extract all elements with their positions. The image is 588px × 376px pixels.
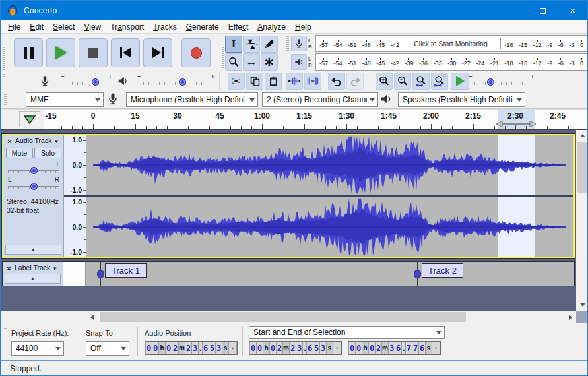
time-digit[interactable]: 0 bbox=[152, 342, 158, 354]
menu-item-help[interactable]: Help bbox=[290, 20, 316, 34]
pan-thumb[interactable] bbox=[30, 183, 38, 190]
unit-minutes[interactable]: m bbox=[382, 342, 388, 354]
label-track-body[interactable]: Track 1Track 2 bbox=[86, 262, 573, 286]
unit-hours[interactable]: h bbox=[159, 342, 165, 354]
gain-thumb[interactable] bbox=[30, 167, 38, 174]
toolbar-grip[interactable] bbox=[3, 94, 7, 105]
toolbar-grip[interactable] bbox=[286, 55, 290, 69]
selection-mode-select[interactable]: Start and End of Selection bbox=[249, 326, 445, 339]
silence-audio-button[interactable] bbox=[304, 73, 321, 90]
time-field-dropdown-icon[interactable]: ▾ bbox=[229, 342, 236, 354]
time-digit[interactable]: 3 bbox=[389, 342, 395, 354]
zoom-tool-button[interactable] bbox=[225, 53, 242, 71]
recording-volume-slider[interactable]: − + bbox=[67, 73, 105, 90]
mute-button[interactable]: Mute bbox=[6, 148, 33, 158]
menu-item-view[interactable]: View bbox=[79, 20, 106, 34]
cut-button[interactable]: ✂ bbox=[228, 73, 245, 90]
selection-end-field[interactable]: 00h02m36.776s▾ bbox=[348, 341, 441, 355]
time-digit[interactable]: 2 bbox=[185, 342, 191, 354]
toolbar-grip[interactable] bbox=[443, 74, 447, 88]
menu-item-transport[interactable]: Transport bbox=[106, 20, 148, 34]
record-button[interactable] bbox=[181, 38, 211, 67]
project-rate-select[interactable]: 44100 bbox=[11, 341, 64, 356]
menu-item-analyze[interactable]: Analyze bbox=[253, 20, 290, 34]
selection-tool-button[interactable]: I bbox=[225, 36, 242, 53]
time-digit[interactable]: 0 bbox=[349, 342, 355, 354]
fit-selection-button[interactable] bbox=[412, 73, 430, 90]
vertical-scrollbar[interactable] bbox=[576, 130, 588, 311]
label-text-box[interactable]: Track 1 bbox=[105, 263, 147, 278]
scroll-down-icon[interactable] bbox=[576, 299, 588, 311]
play-button[interactable] bbox=[46, 38, 75, 67]
recording-channels-select[interactable]: 2 (Stereo) Recording Channels bbox=[262, 92, 378, 107]
time-digit[interactable]: . bbox=[199, 342, 202, 354]
vertical-scrollbar-thumb[interactable] bbox=[577, 142, 587, 193]
toolbar-grip[interactable] bbox=[3, 328, 7, 355]
redo-button[interactable] bbox=[346, 73, 364, 90]
paste-button[interactable] bbox=[265, 73, 282, 90]
track-area[interactable]: × Audio Track ▼ Mute Solo − + L R Stereo… bbox=[1, 130, 587, 311]
time-digit[interactable]: . bbox=[303, 342, 306, 354]
unit-hours[interactable]: h bbox=[362, 342, 368, 354]
audio-position-field[interactable]: 00h02m23.653s▾ bbox=[145, 341, 238, 355]
waveform-left-channel[interactable] bbox=[86, 135, 573, 195]
playback-device-select[interactable]: Speakers (Realtek High Definiti bbox=[398, 92, 525, 107]
minimize-icon[interactable] bbox=[498, 1, 528, 20]
playback-meter[interactable]: -57-54-51-48-45-42-39-36-33-30-27-24-21-… bbox=[315, 53, 587, 71]
time-digit[interactable]: 3 bbox=[320, 342, 326, 354]
time-digit[interactable]: 6 bbox=[419, 342, 425, 354]
time-digit[interactable]: 3 bbox=[192, 342, 198, 354]
time-digit[interactable]: 7 bbox=[406, 342, 412, 354]
time-digit[interactable]: 5 bbox=[209, 342, 215, 354]
time-field-dropdown-icon[interactable]: ▾ bbox=[432, 342, 440, 354]
scroll-up-icon[interactable] bbox=[576, 130, 588, 141]
menu-item-generate[interactable]: Generate bbox=[181, 20, 224, 34]
time-digit[interactable]: 3 bbox=[296, 342, 302, 354]
timeline-ruler[interactable]: -1501530451:001:151:301:452:002:152:302:… bbox=[1, 109, 587, 130]
menu-item-select[interactable]: Select bbox=[48, 20, 79, 34]
time-digit[interactable]: 2 bbox=[172, 342, 178, 354]
waveform-right-channel[interactable] bbox=[86, 197, 573, 257]
time-digit[interactable]: 0 bbox=[146, 342, 152, 354]
unit-seconds[interactable]: s bbox=[327, 342, 333, 354]
timeline-scale[interactable]: -1501530451:001:151:301:452:002:152:302:… bbox=[44, 110, 587, 129]
time-digit[interactable]: 0 bbox=[369, 342, 375, 354]
toolbar-grip[interactable] bbox=[2, 36, 6, 70]
recording-volume-thumb[interactable] bbox=[92, 78, 99, 86]
scroll-left-icon[interactable] bbox=[86, 311, 98, 323]
label-track-name-menu[interactable]: Label Track ▼ bbox=[15, 264, 57, 272]
label-marker-icon[interactable] bbox=[414, 270, 421, 278]
time-digit[interactable]: 5 bbox=[313, 342, 319, 354]
gain-slider[interactable]: − + bbox=[8, 162, 59, 176]
audio-track[interactable]: × Audio Track ▼ Mute Solo − + L R Stereo… bbox=[2, 134, 575, 258]
skip-to-end-button[interactable] bbox=[143, 38, 172, 67]
collapse-track-button[interactable]: ▲ bbox=[5, 274, 61, 284]
menu-item-effect[interactable]: Effect bbox=[224, 20, 253, 34]
play-at-speed-button[interactable] bbox=[451, 73, 469, 90]
playback-meter-speaker-button[interactable] bbox=[291, 54, 307, 70]
pin-playhead-button[interactable] bbox=[19, 111, 40, 127]
unit-minutes[interactable]: m bbox=[283, 342, 289, 354]
unit-minutes[interactable]: m bbox=[179, 342, 185, 354]
close-icon[interactable]: × bbox=[558, 1, 587, 20]
toolbar-grip[interactable] bbox=[286, 36, 290, 51]
toolbar-grip[interactable] bbox=[2, 74, 6, 88]
unit-seconds[interactable]: s bbox=[426, 342, 432, 354]
pan-slider[interactable]: L R bbox=[8, 177, 59, 192]
selection-start-field[interactable]: 00h02m23.653s▾ bbox=[249, 341, 342, 355]
time-digit[interactable]: 0 bbox=[257, 342, 263, 354]
time-digit[interactable]: 3 bbox=[216, 342, 222, 354]
maximize-icon[interactable] bbox=[528, 1, 558, 20]
time-digit[interactable]: 2 bbox=[277, 342, 282, 354]
solo-button[interactable]: Solo bbox=[34, 148, 61, 158]
time-digit[interactable]: 6 bbox=[203, 342, 209, 354]
stop-button[interactable] bbox=[79, 38, 108, 67]
time-digit[interactable]: 0 bbox=[270, 342, 276, 354]
envelope-tool-button[interactable] bbox=[243, 36, 260, 53]
label-track[interactable]: × Label Track ▼ ▲ Track 1Track 2 bbox=[2, 261, 575, 286]
snap-to-select[interactable]: Off bbox=[86, 341, 129, 356]
audio-host-select[interactable]: MME bbox=[26, 92, 104, 107]
label-text-box[interactable]: Track 2 bbox=[422, 263, 463, 278]
time-digit[interactable]: 6 bbox=[307, 342, 313, 354]
copy-button[interactable] bbox=[246, 73, 263, 90]
